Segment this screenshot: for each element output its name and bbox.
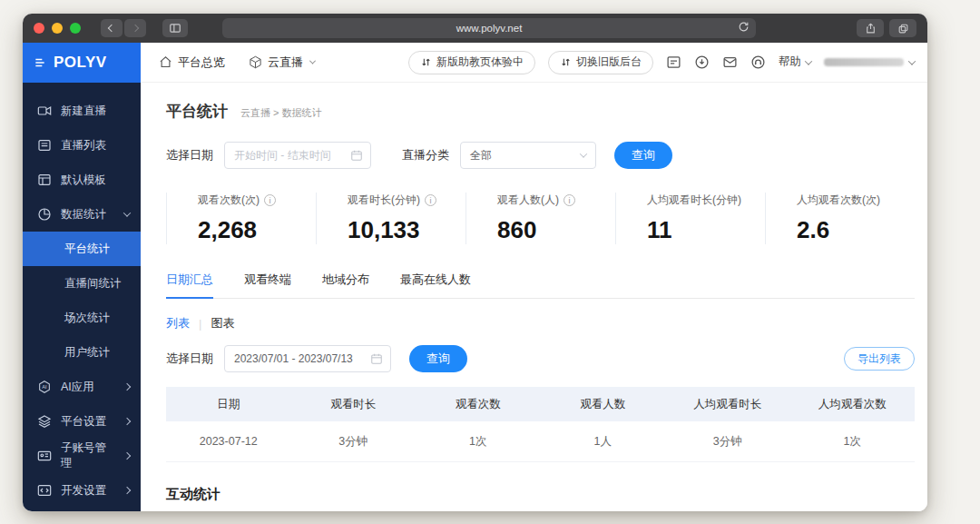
sidebar-subitem-label: 平台统计 xyxy=(64,242,110,257)
customer-service-icon[interactable] xyxy=(750,54,766,70)
sidebar-subitem-room-stats[interactable]: 直播间统计 xyxy=(23,266,141,301)
table-filter-bar: 选择日期 查询 导出列表 xyxy=(166,345,915,372)
table-query-button[interactable]: 查询 xyxy=(409,345,467,372)
nav-platform-overview[interactable]: 平台总览 xyxy=(159,54,225,71)
stat-card-view-duration: 观看时长(分钟)i 10,133 xyxy=(316,193,466,244)
logo-bar[interactable]: POLYV xyxy=(23,43,141,83)
table-header: 观看时长 xyxy=(291,397,416,412)
mail-icon[interactable] xyxy=(722,54,738,70)
table-cell: 3分钟 xyxy=(665,434,790,450)
nav-label: 云直播 xyxy=(268,54,303,71)
sidebar-item-live-list[interactable]: 直播列表 xyxy=(23,128,141,163)
export-list-button[interactable]: 导出列表 xyxy=(844,347,915,371)
stats-tabs: 日期汇总 观看终端 地域分布 最高在线人数 xyxy=(166,272,915,299)
layers-icon xyxy=(37,414,52,429)
sidebar-toggle-button[interactable] xyxy=(162,19,188,37)
stat-card-avg-count: 人均观看次数(次) 2.6 xyxy=(765,193,915,244)
back-button[interactable] xyxy=(101,19,122,37)
filter-bar: 选择日期 直播分类 全部 查询 xyxy=(166,142,915,169)
news-icon[interactable] xyxy=(666,54,681,70)
sidebar-item-data-stats[interactable]: 数据统计 xyxy=(23,197,141,232)
sidebar-item-platform-settings[interactable]: 平台设置 xyxy=(23,404,141,439)
sidebar-item-new-live[interactable]: 新建直播 xyxy=(23,94,141,128)
table-date-range-input[interactable] xyxy=(234,352,370,365)
query-button[interactable]: 查询 xyxy=(614,142,672,169)
chevron-right-icon xyxy=(123,452,131,460)
sidebar-item-subaccount[interactable]: 子账号管理 xyxy=(23,439,141,473)
info-icon[interactable]: i xyxy=(264,194,276,206)
date-range-input-wrap xyxy=(224,345,391,372)
stat-value: 10,133 xyxy=(348,216,466,244)
breadcrumb-cloud-live[interactable]: 云直播 xyxy=(240,107,270,118)
tab-region-distribution[interactable]: 地域分布 xyxy=(322,272,369,298)
forward-button[interactable] xyxy=(124,19,146,37)
table-cell: 1人 xyxy=(541,434,666,450)
tab-date-summary[interactable]: 日期汇总 xyxy=(166,272,213,298)
sidebar-subitem-platform-stats[interactable]: 平台统计 xyxy=(23,232,141,266)
list-icon xyxy=(37,138,52,153)
switch-old-console-pill[interactable]: 切换旧版后台 xyxy=(548,51,653,74)
id-card-icon xyxy=(37,449,52,463)
stat-card-view-count: 观看次数(次)i 2,268 xyxy=(166,193,316,244)
sidebar-item-default-template[interactable]: 默认模板 xyxy=(23,163,141,197)
info-icon[interactable]: i xyxy=(564,194,575,206)
stat-label: 观看人数(人) xyxy=(497,193,559,208)
close-window-button[interactable] xyxy=(34,23,44,34)
main-content: 平台统计 云直播 > 数据统计 选择日期 xyxy=(141,83,927,511)
sidebar-subitem-user-stats[interactable]: 用户统计 xyxy=(23,335,141,370)
swap-icon xyxy=(560,56,572,68)
date-filter-label: 选择日期 xyxy=(166,351,213,367)
stat-card-viewers: 观看人数(人)i 860 xyxy=(466,193,615,244)
calendar-icon[interactable] xyxy=(350,149,363,162)
sidebar-item-label: AI应用 xyxy=(61,380,94,395)
sidebar-subitem-label: 用户统计 xyxy=(64,345,110,361)
new-assistant-pill[interactable]: 新版助教页体验中 xyxy=(408,51,535,74)
account-menu[interactable] xyxy=(824,58,915,66)
sidebar-subitem-session-stats[interactable]: 场次统计 xyxy=(23,301,141,335)
share-icon xyxy=(865,22,877,35)
template-icon xyxy=(37,173,52,187)
date-range-input[interactable] xyxy=(234,149,350,162)
stat-label: 人均观看时长(分钟) xyxy=(647,193,741,208)
tab-overview-button[interactable] xyxy=(889,19,916,37)
page-title: 平台统计 xyxy=(166,101,228,122)
chevron-down-icon xyxy=(908,57,916,64)
tab-max-online[interactable]: 最高在线人数 xyxy=(400,272,471,298)
sidebar-item-ai-apps[interactable]: AI AI应用 xyxy=(23,370,141,404)
brand-logo: POLYV xyxy=(54,54,107,72)
chevron-down-icon xyxy=(805,57,812,64)
camera-icon xyxy=(37,104,52,118)
share-button[interactable] xyxy=(857,19,884,37)
table-header: 人均观看时长 xyxy=(665,397,790,412)
category-select-value: 全部 xyxy=(470,148,492,163)
table-cell: 1次 xyxy=(790,434,916,450)
pie-chart-icon xyxy=(37,207,52,222)
svg-text:AI: AI xyxy=(42,384,47,390)
url-text: www.polyv.net xyxy=(456,23,523,34)
table-header-row: 日期 观看时长 观看次数 观看人数 人均观看时长 人均观看次数 xyxy=(166,387,915,421)
nav-cloud-live[interactable]: 云直播 xyxy=(249,54,315,71)
table-cell: 3分钟 xyxy=(291,434,416,450)
minimize-window-button[interactable] xyxy=(52,23,63,34)
calendar-icon[interactable] xyxy=(370,352,383,365)
sidebar-item-dev-settings[interactable]: 开发设置 xyxy=(23,473,141,508)
view-list-link[interactable]: 列表 xyxy=(166,315,190,331)
help-label: 帮助 xyxy=(779,54,801,70)
account-name-redacted xyxy=(824,58,904,66)
view-toggle-separator: | xyxy=(199,317,201,331)
help-menu[interactable]: 帮助 xyxy=(779,54,811,70)
stat-value: 11 xyxy=(647,216,765,244)
view-chart-link[interactable]: 图表 xyxy=(211,315,234,331)
info-icon[interactable]: i xyxy=(425,194,436,206)
category-select[interactable]: 全部 xyxy=(460,142,596,169)
url-bar[interactable]: www.polyv.net xyxy=(222,18,756,38)
download-icon[interactable] xyxy=(694,54,710,70)
reload-icon[interactable] xyxy=(738,21,750,33)
menu-collapse-icon[interactable] xyxy=(34,56,46,69)
tab-view-terminal[interactable]: 观看终端 xyxy=(244,272,291,298)
interactive-stats-heading: 互动统计 xyxy=(166,486,915,503)
code-icon xyxy=(37,483,52,498)
sidebar-toggle-icon xyxy=(169,22,181,35)
zoom-window-button[interactable] xyxy=(70,23,81,34)
view-toggle: 列表 | 图表 xyxy=(166,315,915,331)
